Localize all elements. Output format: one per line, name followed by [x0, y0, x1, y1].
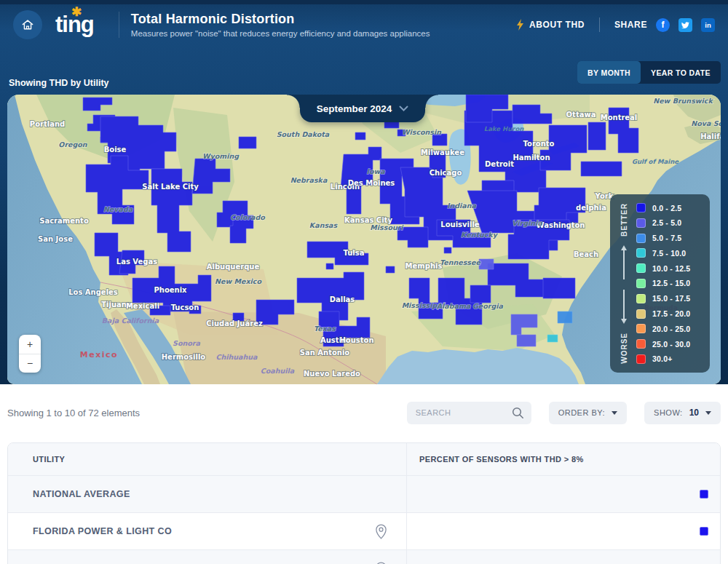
map-label-state: South Dakota: [277, 130, 330, 138]
zoom-out-button[interactable]: −: [19, 354, 41, 373]
table-row[interactable]: [8, 550, 720, 564]
map-label-mxstate: Coahuila: [261, 367, 295, 375]
facebook-icon[interactable]: f: [656, 18, 670, 32]
legend-axis: BETTER WORSE: [614, 203, 633, 364]
home-icon: [20, 17, 35, 32]
legend-item: 10.0 - 12.5: [636, 263, 704, 273]
legend-swatch: [636, 309, 646, 319]
chevron-down-icon: [399, 106, 408, 111]
location-pin-icon[interactable]: [375, 562, 387, 564]
top-bar: ting ✱ Total Harmonic Distortion Measure…: [0, 4, 728, 45]
percent-cell: [407, 476, 720, 512]
map-label-city: Louisville: [440, 221, 480, 229]
map-label-city: Nuevo Laredo: [304, 370, 360, 378]
thd-map[interactable]: PortlandBoiseSalt Lake CitySacramentoSan…: [7, 95, 721, 384]
map-label-mxstate: Sonora: [173, 339, 200, 347]
share-label: SHARE: [614, 20, 647, 30]
tab-by-month[interactable]: BY MONTH: [577, 61, 641, 84]
ting-logo[interactable]: ting ✱: [55, 12, 108, 38]
arrow-down-icon: [623, 290, 625, 322]
home-button[interactable]: [13, 10, 42, 39]
thd-mini-bar: [700, 527, 708, 536]
map-label-city: Toronto: [523, 140, 555, 148]
map-label-state: Alabama: [437, 302, 471, 310]
map-label-city: San Antonio: [300, 349, 350, 357]
map-label-city: Hermosillo: [162, 353, 206, 361]
map-label-city: Salt Lake City: [142, 183, 199, 191]
show-label: SHOW:: [654, 408, 683, 417]
map-label-city: delphia: [576, 204, 606, 212]
table-row[interactable]: NATIONAL AVERAGE: [8, 476, 720, 513]
legend-item: 20.0 - 25.0: [636, 324, 704, 333]
thd-mini-bar: [700, 490, 708, 499]
search-input[interactable]: [416, 408, 512, 417]
page-subtitle: Measures power "noise" that reduces ener…: [131, 29, 430, 38]
map-label-city: Sacramento: [39, 217, 89, 225]
map-label-city: Tucson: [171, 303, 199, 311]
map-zoom-control: + −: [19, 335, 41, 373]
map-label-city: Chicago: [430, 169, 462, 177]
search-box: [407, 402, 531, 424]
map-label-state: New Brunswick: [653, 97, 713, 105]
legend-range-label: 12.5 - 15.0: [652, 279, 690, 287]
map-label-state: Indiana: [447, 202, 477, 210]
table-row[interactable]: FLORIDA POWER & LIGHT CO: [8, 513, 720, 550]
table-header-row: UTILITY PERCENT OF SENSORS WITH THD > 8%: [8, 443, 720, 476]
legend-range-label: 30.0+: [652, 354, 673, 363]
legend-range-label: 0.0 - 2.5: [652, 204, 681, 213]
legend-swatch: [636, 218, 646, 228]
map-label-city: Portland: [30, 120, 65, 128]
about-thd-button[interactable]: ABOUT THD: [516, 19, 585, 31]
legend-swatch: [636, 294, 646, 303]
page-title: Total Harmonic Distortion: [131, 12, 430, 27]
ting-logo-star-icon: ✱: [71, 4, 82, 20]
legend-item: 12.5 - 15.0: [636, 279, 704, 288]
map-label-city: Tulsa: [344, 249, 365, 257]
toolbar-controls: ORDER BY: SHOW: 10: [407, 402, 721, 424]
map-label-city: Mexicali: [126, 302, 159, 310]
location-pin-icon[interactable]: [375, 524, 387, 539]
linkedin-icon[interactable]: in: [701, 18, 715, 32]
legend-swatch: [636, 263, 646, 273]
map-label-state: Kansas: [309, 221, 339, 229]
map-label-city: Dallas: [330, 295, 355, 303]
show-count-dropdown[interactable]: SHOW: 10: [644, 402, 721, 424]
map-label-city: Washington: [537, 221, 585, 229]
column-header-percent: PERCENT OF SENSORS WITH THD > 8%: [407, 443, 720, 475]
month-selector-label: September 2024: [317, 103, 392, 114]
legend-range-label: 20.0 - 25.0: [652, 325, 690, 333]
header-divider: [599, 17, 600, 32]
title-block: Total Harmonic Distortion Measures power…: [119, 12, 430, 38]
caret-down-icon: [705, 411, 711, 418]
legend-items: 0.0 - 2.52.5 - 5.05.0 - 7.57.5 - 10.010.…: [633, 203, 704, 364]
zoom-in-button[interactable]: +: [19, 335, 41, 354]
legend-range-label: 5.0 - 7.5: [652, 234, 681, 242]
month-selector[interactable]: September 2024: [300, 95, 425, 122]
showing-thd-label: Showing THD by Utility: [7, 78, 109, 95]
map-label-city: Albuquerque: [207, 263, 260, 271]
legend-range-label: 15.0 - 17.5: [652, 294, 690, 303]
map-label-city: Beach: [574, 250, 598, 258]
column-header-utility: UTILITY: [8, 443, 407, 475]
legend-swatch: [636, 324, 646, 333]
map-label-state: Colorado: [230, 213, 266, 221]
twitter-icon[interactable]: [678, 18, 692, 32]
order-by-dropdown[interactable]: ORDER BY:: [549, 402, 627, 424]
header-actions: ABOUT THD SHARE f in: [516, 17, 715, 32]
tab-year-to-date[interactable]: YEAR TO DATE: [641, 61, 721, 84]
legend-range-label: 17.5 - 20.0: [652, 309, 690, 318]
map-label-city: Boise: [104, 146, 127, 154]
map-label-city: Houston: [339, 336, 373, 344]
content-area: Showing 1 to 10 of 72 elements ORDER BY:…: [0, 401, 728, 564]
legend-swatch: [636, 248, 646, 258]
lightning-icon: [516, 19, 524, 31]
map-label-water: Lake Huron: [484, 125, 524, 132]
search-icon[interactable]: [512, 407, 524, 419]
about-thd-label: ABOUT THD: [529, 20, 585, 30]
map-label-state: Kentucky: [461, 231, 499, 239]
map-label-state: Missouri: [370, 223, 404, 231]
utility-cell: [8, 550, 407, 564]
map-label-city: Phoenix: [154, 286, 187, 294]
map-label-city: Memphis: [405, 262, 443, 270]
map-label-state: Oregon: [58, 140, 88, 149]
